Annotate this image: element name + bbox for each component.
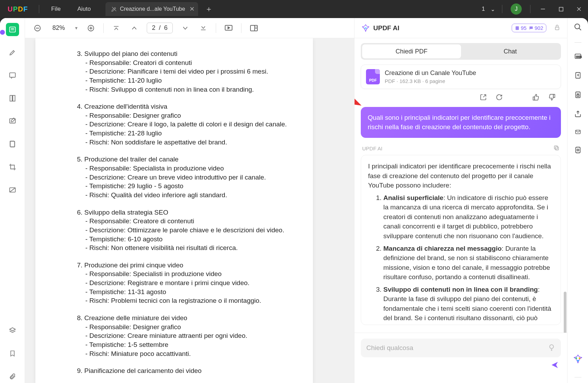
svg-marker-33 — [355, 99, 361, 106]
export-page-icon[interactable] — [574, 71, 582, 81]
separator — [502, 5, 502, 13]
menu-help[interactable]: Aiuto — [69, 6, 99, 13]
send-button[interactable] — [551, 361, 559, 370]
ai-answer: I principali indicatori per identificare… — [361, 155, 561, 325]
document-tab[interactable]: Creazione d...ale YouTube ✕ — [105, 2, 198, 16]
section-heading: 3. Sviluppo del piano dei contenuti — [49, 49, 299, 58]
file-meta: PDF · 162.3 KB · 6 pagine — [385, 78, 476, 84]
ai-file-card[interactable]: Creazione di un Canale YouTube PDF · 162… — [361, 65, 561, 89]
ocr-icon[interactable]: OCR — [574, 52, 582, 61]
edit-tool[interactable] — [6, 115, 19, 128]
zoom-out-button[interactable] — [32, 23, 43, 34]
attachment-tool[interactable] — [6, 370, 19, 383]
document-viewer[interactable]: 3. Sviluppo del piano dei contenuti- Res… — [25, 38, 354, 383]
section-line: - Descrizione: Creare il logo, la palett… — [49, 120, 299, 129]
search-icon[interactable] — [574, 23, 582, 33]
last-page-button[interactable] — [198, 23, 209, 34]
section-line: - Tempistiche: 6-10 agosto — [49, 235, 299, 244]
section-heading: 5. Produzione del trailer del canale — [49, 155, 299, 164]
svg-line-42 — [579, 28, 581, 30]
svg-marker-24 — [228, 27, 230, 29]
ai-input-box[interactable] — [361, 339, 561, 357]
first-page-button[interactable] — [111, 23, 122, 34]
panel-toggle-button[interactable] — [248, 23, 259, 34]
email-icon[interactable] — [574, 129, 582, 136]
page-tool[interactable] — [6, 92, 19, 105]
ai-panel: UPDF AI 95 902 Chiedi PDF Chat Creazione… — [354, 18, 567, 383]
svg-rect-13 — [10, 141, 14, 147]
presentation-button[interactable] — [223, 23, 234, 34]
doc-credit-icon — [515, 26, 520, 31]
thumbs-down-icon[interactable] — [548, 94, 555, 102]
svg-rect-31 — [555, 27, 559, 30]
crop-tool[interactable] — [6, 160, 19, 174]
separator — [39, 5, 39, 13]
section-line: - Rischi: Sviluppo di contenuti non in l… — [49, 85, 299, 94]
layers-tool[interactable] — [6, 324, 19, 337]
copy-icon[interactable] — [553, 145, 560, 152]
section-line: - Rischi: Non ottenere visibilità nei ri… — [49, 243, 299, 252]
refresh-icon[interactable] — [496, 94, 503, 102]
tab-close-icon[interactable]: ✕ — [189, 5, 195, 13]
section-line: - Responsabile: Creatori di contenuti — [49, 58, 299, 67]
bookmark-tool[interactable] — [6, 347, 19, 360]
section-heading: 9. Pianificazione del caricamento dei vi… — [49, 366, 299, 375]
user-avatar[interactable]: J — [511, 3, 522, 15]
no-edit-icon — [111, 6, 117, 12]
section-line: - Rischi: Non soddisfare le aspettative … — [49, 138, 299, 147]
message-actions — [361, 92, 561, 107]
window-minimize-button[interactable] — [534, 2, 552, 16]
svg-rect-49 — [576, 147, 580, 153]
print-icon[interactable] — [574, 146, 582, 155]
doc-section: 7. Produzione dei primi cinque video- Re… — [49, 261, 299, 305]
doc-section: 4. Creazione dell'identità visiva- Respo… — [49, 102, 299, 147]
svg-rect-35 — [553, 94, 555, 98]
ai-input-field[interactable] — [366, 344, 548, 352]
edge-indicator — [0, 30, 5, 35]
svg-point-52 — [579, 357, 580, 359]
svg-point-53 — [577, 360, 579, 361]
redact-tool[interactable] — [6, 183, 19, 197]
ai-credits[interactable]: 95 902 — [512, 24, 546, 32]
ai-scrollbar[interactable] — [564, 292, 566, 333]
share-icon[interactable] — [574, 110, 582, 119]
svg-line-0 — [112, 7, 116, 11]
svg-rect-47 — [577, 95, 579, 97]
titlebar: UPDF File Aiuto Creazione d...ale YouTub… — [0, 0, 588, 18]
answer-item: Analisi superficiale: Un indicatore di r… — [383, 193, 554, 241]
section-line: - Responsabile: Designer grafico — [49, 323, 299, 332]
new-tab-button[interactable]: ＋ — [205, 4, 213, 14]
section-line: - Descrizione: Registrare e montare i pr… — [49, 278, 299, 288]
svg-line-15 — [9, 188, 15, 192]
export-icon[interactable] — [480, 94, 487, 102]
window-maximize-button[interactable] — [552, 2, 570, 16]
forms-tool[interactable] — [6, 138, 19, 151]
reader-tool[interactable] — [6, 23, 19, 36]
section-heading: 7. Produzione dei primi cinque video — [49, 261, 299, 270]
mode-ask-pdf[interactable]: Chiedi PDF — [362, 44, 461, 58]
user-question-bubble: Quali sono i principali indicatori per i… — [361, 107, 561, 138]
window-count[interactable]: 1 — [480, 6, 487, 13]
idea-icon[interactable] — [548, 343, 555, 352]
updf-corner-logo-icon[interactable] — [573, 354, 583, 364]
thumbs-up-icon[interactable] — [532, 94, 539, 102]
ai-body: Chiedi PDF Chat Creazione di un Canale Y… — [355, 38, 567, 333]
chevron-down-icon[interactable]: ⌄ — [487, 6, 498, 13]
section-line: - Rischi: Problemi tecnici con la regist… — [49, 296, 299, 305]
window-close-button[interactable] — [570, 2, 588, 16]
zoom-level: 82% — [50, 24, 67, 32]
zoom-dropdown-icon[interactable]: ▼ — [74, 26, 78, 31]
prev-page-button[interactable] — [129, 23, 140, 34]
doc-section: 9. Pianificazione del caricamento dei vi… — [49, 366, 299, 375]
section-line: - Tempistiche: 21-28 luglio — [49, 129, 299, 138]
menu-file[interactable]: File — [43, 6, 69, 13]
top-toolbar: 82% ▼ 2 / 6 — [25, 18, 354, 38]
next-page-button[interactable] — [180, 23, 191, 34]
mode-chat[interactable]: Chat — [461, 44, 560, 58]
protect-icon[interactable] — [574, 91, 582, 100]
page-indicator[interactable]: 2 / 6 — [147, 23, 173, 33]
lock-icon[interactable] — [554, 24, 560, 32]
zoom-in-button[interactable] — [85, 23, 96, 34]
highlight-tool[interactable] — [6, 46, 19, 59]
comment-tool[interactable] — [6, 69, 19, 82]
